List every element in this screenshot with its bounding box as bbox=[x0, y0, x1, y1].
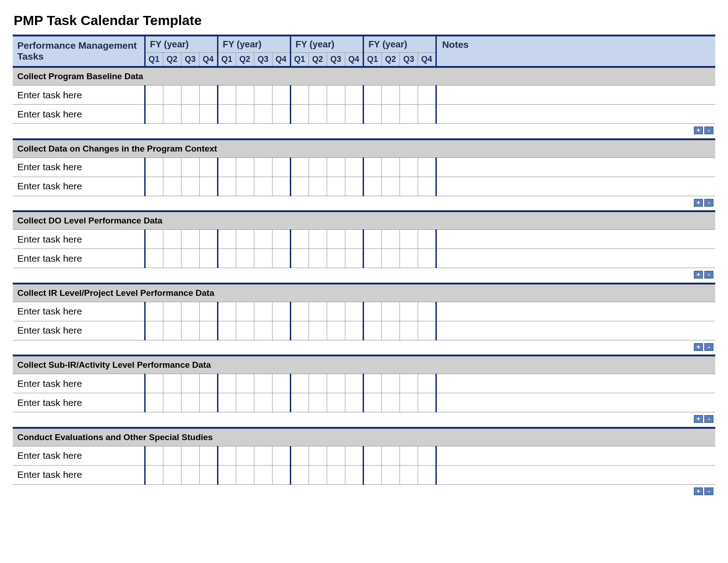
quarter-cell[interactable] bbox=[217, 393, 236, 412]
quarter-cell[interactable] bbox=[272, 86, 290, 105]
quarter-cell[interactable] bbox=[145, 177, 163, 196]
quarter-cell[interactable] bbox=[399, 374, 418, 393]
quarter-cell[interactable] bbox=[145, 86, 163, 105]
quarter-cell[interactable] bbox=[199, 230, 217, 249]
quarter-cell[interactable] bbox=[181, 321, 199, 340]
quarter-cell[interactable] bbox=[327, 177, 345, 196]
quarter-cell[interactable] bbox=[399, 105, 418, 124]
quarter-cell[interactable] bbox=[308, 105, 327, 124]
quarter-cell[interactable] bbox=[308, 374, 327, 393]
quarter-cell[interactable] bbox=[272, 465, 290, 484]
quarter-cell[interactable] bbox=[181, 446, 199, 465]
quarter-cell[interactable] bbox=[199, 177, 217, 196]
quarter-cell[interactable] bbox=[308, 465, 327, 484]
quarter-cell[interactable] bbox=[418, 157, 436, 177]
quarter-cell[interactable] bbox=[363, 105, 381, 124]
remove-row-button[interactable]: - bbox=[704, 487, 713, 495]
quarter-cell[interactable] bbox=[308, 446, 327, 465]
quarter-cell[interactable] bbox=[418, 230, 436, 249]
add-row-button[interactable]: + bbox=[694, 415, 703, 423]
quarter-cell[interactable] bbox=[236, 374, 254, 393]
quarter-cell[interactable] bbox=[236, 465, 254, 484]
notes-cell[interactable] bbox=[436, 86, 715, 105]
quarter-cell[interactable] bbox=[308, 177, 327, 196]
quarter-cell[interactable] bbox=[181, 230, 199, 249]
quarter-cell[interactable] bbox=[199, 105, 217, 124]
quarter-cell[interactable] bbox=[181, 465, 199, 484]
quarter-cell[interactable] bbox=[217, 230, 236, 249]
quarter-cell[interactable] bbox=[163, 374, 181, 393]
quarter-cell[interactable] bbox=[145, 393, 163, 412]
quarter-cell[interactable] bbox=[418, 86, 436, 105]
quarter-cell[interactable] bbox=[399, 465, 418, 484]
task-name-cell[interactable]: Enter task here bbox=[13, 302, 145, 321]
notes-cell[interactable] bbox=[436, 177, 715, 196]
quarter-cell[interactable] bbox=[363, 465, 381, 484]
quarter-cell[interactable] bbox=[290, 105, 308, 124]
quarter-cell[interactable] bbox=[254, 302, 272, 321]
quarter-cell[interactable] bbox=[290, 230, 308, 249]
quarter-cell[interactable] bbox=[327, 446, 345, 465]
quarter-cell[interactable] bbox=[381, 446, 399, 465]
quarter-cell[interactable] bbox=[345, 321, 363, 340]
quarter-cell[interactable] bbox=[272, 249, 290, 268]
quarter-cell[interactable] bbox=[345, 177, 363, 196]
quarter-cell[interactable] bbox=[254, 177, 272, 196]
quarter-cell[interactable] bbox=[381, 393, 399, 412]
quarter-cell[interactable] bbox=[217, 105, 236, 124]
quarter-cell[interactable] bbox=[217, 465, 236, 484]
quarter-cell[interactable] bbox=[418, 446, 436, 465]
quarter-cell[interactable] bbox=[308, 393, 327, 412]
quarter-cell[interactable] bbox=[272, 321, 290, 340]
quarter-cell[interactable] bbox=[418, 302, 436, 321]
quarter-cell[interactable] bbox=[418, 321, 436, 340]
quarter-cell[interactable] bbox=[345, 465, 363, 484]
quarter-cell[interactable] bbox=[145, 105, 163, 124]
quarter-cell[interactable] bbox=[163, 249, 181, 268]
quarter-cell[interactable] bbox=[290, 157, 308, 177]
quarter-cell[interactable] bbox=[217, 249, 236, 268]
quarter-cell[interactable] bbox=[199, 249, 217, 268]
quarter-cell[interactable] bbox=[163, 446, 181, 465]
quarter-cell[interactable] bbox=[163, 465, 181, 484]
remove-row-button[interactable]: - bbox=[704, 127, 713, 134]
task-name-cell[interactable]: Enter task here bbox=[13, 230, 145, 249]
quarter-cell[interactable] bbox=[290, 393, 308, 412]
task-name-cell[interactable]: Enter task here bbox=[13, 105, 145, 124]
quarter-cell[interactable] bbox=[163, 393, 181, 412]
quarter-cell[interactable] bbox=[363, 446, 381, 465]
notes-cell[interactable] bbox=[436, 446, 715, 465]
task-name-cell[interactable]: Enter task here bbox=[13, 393, 145, 412]
quarter-cell[interactable] bbox=[399, 249, 418, 268]
remove-row-button[interactable]: - bbox=[704, 271, 713, 279]
quarter-cell[interactable] bbox=[254, 230, 272, 249]
quarter-cell[interactable] bbox=[181, 86, 199, 105]
quarter-cell[interactable] bbox=[363, 157, 381, 177]
quarter-cell[interactable] bbox=[418, 393, 436, 412]
quarter-cell[interactable] bbox=[381, 374, 399, 393]
task-name-cell[interactable]: Enter task here bbox=[13, 177, 145, 196]
quarter-cell[interactable] bbox=[363, 374, 381, 393]
quarter-cell[interactable] bbox=[308, 321, 327, 340]
quarter-cell[interactable] bbox=[345, 446, 363, 465]
quarter-cell[interactable] bbox=[327, 393, 345, 412]
quarter-cell[interactable] bbox=[345, 393, 363, 412]
quarter-cell[interactable] bbox=[163, 302, 181, 321]
add-row-button[interactable]: + bbox=[694, 343, 703, 351]
quarter-cell[interactable] bbox=[163, 321, 181, 340]
notes-cell[interactable] bbox=[436, 321, 715, 340]
quarter-cell[interactable] bbox=[327, 249, 345, 268]
quarter-cell[interactable] bbox=[327, 374, 345, 393]
quarter-cell[interactable] bbox=[199, 302, 217, 321]
quarter-cell[interactable] bbox=[345, 157, 363, 177]
task-name-cell[interactable]: Enter task here bbox=[13, 374, 145, 393]
quarter-cell[interactable] bbox=[145, 465, 163, 484]
quarter-cell[interactable] bbox=[308, 86, 327, 105]
quarter-cell[interactable] bbox=[145, 321, 163, 340]
quarter-cell[interactable] bbox=[345, 86, 363, 105]
quarter-cell[interactable] bbox=[290, 321, 308, 340]
quarter-cell[interactable] bbox=[181, 302, 199, 321]
quarter-cell[interactable] bbox=[163, 230, 181, 249]
quarter-cell[interactable] bbox=[418, 465, 436, 484]
quarter-cell[interactable] bbox=[290, 446, 308, 465]
